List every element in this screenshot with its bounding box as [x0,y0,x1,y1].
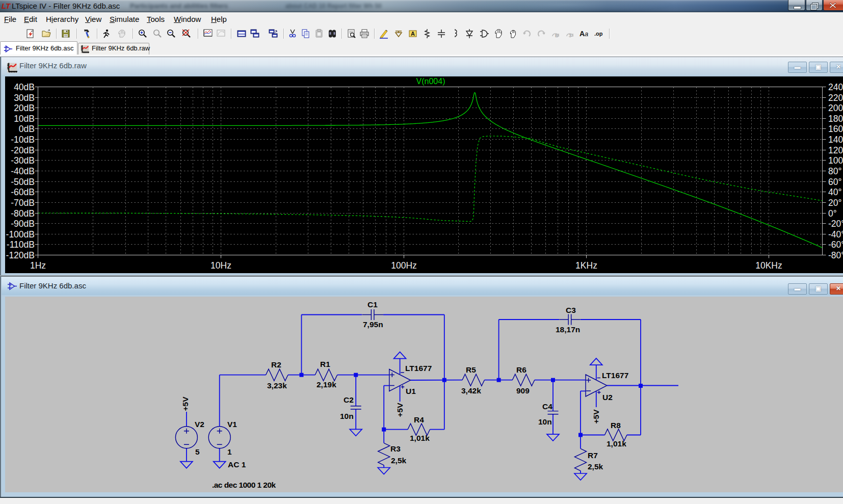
svg-text:-10dB: -10dB [11,135,35,145]
svg-text:-40°: -40° [828,229,843,240]
svg-text:U1: U1 [406,387,416,395]
svg-text:-80dB: -80dB [11,208,35,219]
svg-text:LT1677: LT1677 [405,364,432,373]
svg-text:100Hz: 100Hz [391,260,417,271]
svg-text:R3: R3 [390,444,401,453]
svg-text:+5V: +5V [396,403,404,417]
svg-text:10n: 10n [538,417,552,426]
svg-text:.ac dec 1000 1 20k: .ac dec 1000 1 20k [212,481,276,489]
svg-text:120°: 120° [828,145,843,155]
svg-text:+5V: +5V [592,409,600,424]
svg-text:a: a [585,30,588,38]
svg-text:10n: 10n [340,412,354,420]
svg-text:2,5k: 2,5k [588,462,603,471]
svg-text:3,42k: 3,42k [461,386,481,395]
svg-text:R6: R6 [516,365,526,374]
svg-text:18,17n: 18,17n [556,325,580,334]
svg-text:20dB: 20dB [14,103,35,113]
svg-text:-50dB: -50dB [11,177,35,187]
svg-text:0dB: 0dB [19,124,35,134]
svg-text:1,01k: 1,01k [410,434,430,442]
svg-text:C3: C3 [566,306,576,314]
svg-text:E: E [555,33,558,38]
svg-text:10dB: 10dB [14,114,35,124]
svg-text:-120dB: -120dB [6,250,35,260]
svg-text:30dB: 30dB [14,93,35,103]
svg-text:R4: R4 [414,415,424,424]
svg-text:909: 909 [516,386,530,395]
svg-text:1Hz: 1Hz [30,260,46,271]
svg-text:1KHz: 1KHz [575,260,597,271]
svg-text:V2: V2 [195,420,204,429]
svg-text:140°: 140° [828,135,843,145]
svg-text:-100dB: -100dB [6,229,35,240]
svg-text:-60dB: -60dB [11,187,35,197]
svg-text:V1: V1 [227,420,237,429]
svg-text:LT1677: LT1677 [602,371,628,380]
svg-text:220°: 220° [828,93,843,103]
svg-text:C1: C1 [367,300,378,309]
svg-text:A: A [411,31,415,37]
svg-text:40dB: 40dB [14,82,35,92]
svg-text:3: 3 [569,33,571,38]
svg-text:10Hz: 10Hz [210,260,231,271]
svg-text:1,01k: 1,01k [607,439,626,448]
svg-text:2,19k: 2,19k [317,380,336,389]
svg-text:V(n004): V(n004) [416,77,445,86]
svg-text:80°: 80° [828,166,841,176]
svg-text:7,95n: 7,95n [363,320,383,329]
svg-text:160°: 160° [828,124,843,134]
svg-text:-40dB: -40dB [11,166,35,176]
svg-text:-30dB: -30dB [11,155,35,166]
svg-text:C2: C2 [344,395,354,404]
svg-text:R8: R8 [611,421,621,430]
svg-text:40°: 40° [828,187,841,197]
svg-text:-80°: -80° [828,250,843,260]
svg-text:200°: 200° [828,103,843,113]
svg-text:R5: R5 [466,365,476,374]
svg-text:-70dB: -70dB [11,198,35,208]
svg-text:R7: R7 [588,451,598,460]
svg-text:60°: 60° [828,177,841,187]
svg-text:U2: U2 [602,393,613,402]
svg-text:10KHz: 10KHz [755,260,782,271]
svg-text:+5V: +5V [181,396,190,411]
svg-text:-110dB: -110dB [7,240,35,250]
svg-text:1: 1 [227,447,232,456]
svg-text:100°: 100° [828,155,843,166]
svg-text:-20°: -20° [828,219,843,229]
svg-text:R1: R1 [320,360,330,368]
svg-text:180°: 180° [828,114,843,124]
svg-text:-60°: -60° [828,240,843,250]
svg-text:A: A [579,30,585,38]
svg-text:20°: 20° [828,198,841,208]
svg-text:.op: .op [594,31,603,37]
svg-text:5: 5 [195,447,200,456]
svg-text:3,23k: 3,23k [267,381,287,390]
svg-text:0°: 0° [828,208,837,219]
svg-text:-20dB: -20dB [11,145,35,155]
svg-text:C4: C4 [542,402,552,411]
svg-text:AC 1: AC 1 [228,460,246,469]
svg-text:2,5k: 2,5k [391,456,407,465]
svg-text:240°: 240° [828,82,843,92]
svg-text:R2: R2 [271,360,281,369]
svg-text:-90dB: -90dB [11,219,35,229]
